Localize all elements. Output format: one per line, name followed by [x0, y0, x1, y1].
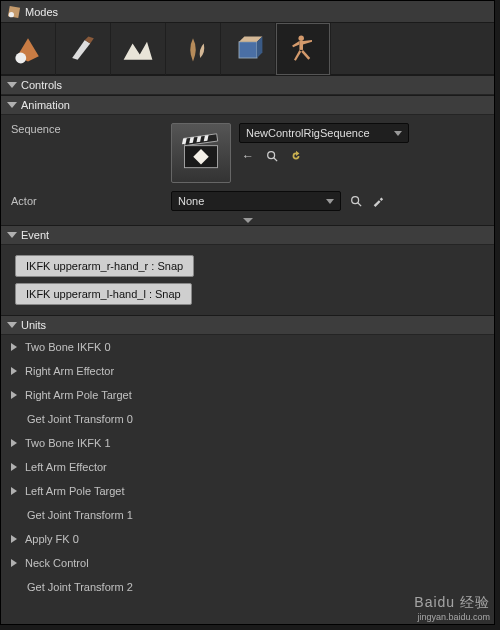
mode-landscape[interactable]: [111, 23, 166, 75]
eyedropper-icon[interactable]: [371, 194, 385, 208]
caret-right-icon: [11, 343, 17, 351]
unit-item-child[interactable]: Get Joint Transform 2: [1, 575, 494, 599]
section-event[interactable]: Event: [1, 225, 494, 245]
advanced-toggle[interactable]: [1, 215, 494, 225]
svg-point-3: [15, 53, 26, 64]
chevron-down-icon: [243, 218, 253, 223]
svg-rect-8: [299, 41, 303, 50]
svg-line-17: [274, 158, 277, 161]
unit-label: Two Bone IKFK 0: [25, 341, 111, 353]
caret-right-icon: [11, 439, 17, 447]
section-controls[interactable]: Controls: [1, 75, 494, 95]
unit-item-child[interactable]: Get Joint Transform 1: [1, 503, 494, 527]
clapper-icon: [171, 123, 231, 183]
caret-right-icon: [11, 535, 17, 543]
unit-item[interactable]: Apply FK 0: [1, 527, 494, 551]
svg-line-19: [358, 203, 361, 206]
actor-dropdown[interactable]: None: [171, 191, 341, 211]
actor-value: None: [178, 195, 204, 207]
unit-item-child[interactable]: Get Joint Transform 0: [1, 407, 494, 431]
unit-item[interactable]: Left Arm Pole Target: [1, 479, 494, 503]
svg-point-7: [299, 36, 304, 41]
svg-point-1: [9, 12, 14, 17]
sequence-dropdown[interactable]: NewControlRigSequence: [239, 123, 409, 143]
unit-item[interactable]: Neck Control: [1, 551, 494, 575]
event-body: IKFK upperarm_r-hand_r : Snap IKFK upper…: [1, 245, 494, 315]
unit-label: Apply FK 0: [25, 533, 79, 545]
mode-paint[interactable]: [56, 23, 111, 75]
unit-label: Get Joint Transform 1: [27, 509, 133, 521]
unit-label: Get Joint Transform 2: [27, 581, 133, 593]
mode-animation[interactable]: [276, 23, 331, 75]
section-label: Controls: [21, 79, 62, 91]
caret-down-icon: [7, 232, 17, 238]
svg-point-16: [268, 152, 275, 159]
section-label: Event: [21, 229, 49, 241]
section-animation[interactable]: Animation: [1, 95, 494, 115]
sequence-label: Sequence: [11, 123, 171, 135]
caret-down-icon: [7, 102, 17, 108]
section-units[interactable]: Units: [1, 315, 494, 335]
sequence-thumbnail[interactable]: [171, 123, 231, 183]
app-icon: [7, 5, 21, 19]
event-snap-button[interactable]: IKFK upperarm_l-hand_l : Snap: [15, 283, 192, 305]
window-title: Modes: [25, 6, 58, 18]
svg-point-18: [352, 197, 359, 204]
mode-place[interactable]: [1, 23, 56, 75]
animation-body: Sequence NewControlRigSequence: [1, 115, 494, 225]
unit-label: Right Arm Pole Target: [25, 389, 132, 401]
search-icon[interactable]: [349, 194, 363, 208]
unit-label: Right Arm Effector: [25, 365, 114, 377]
actor-row: Actor None: [1, 187, 494, 215]
chevron-down-icon: [394, 131, 402, 136]
unit-item[interactable]: Two Bone IKFK 1: [1, 431, 494, 455]
unit-item[interactable]: Right Arm Effector: [1, 359, 494, 383]
caret-right-icon: [11, 487, 17, 495]
unit-label: Left Arm Effector: [25, 461, 107, 473]
caret-down-icon: [7, 322, 17, 328]
caret-down-icon: [7, 82, 17, 88]
unit-label: Neck Control: [25, 557, 89, 569]
caret-right-icon: [11, 367, 17, 375]
units-body: Two Bone IKFK 0 Right Arm Effector Right…: [1, 335, 494, 599]
mode-foliage[interactable]: [166, 23, 221, 75]
modes-panel: Modes Controls Animation Sequence: [0, 0, 495, 625]
chevron-down-icon: [326, 199, 334, 204]
unit-label: Left Arm Pole Target: [25, 485, 124, 497]
actor-label: Actor: [11, 195, 171, 207]
unit-item[interactable]: Two Bone IKFK 0: [1, 335, 494, 359]
svg-rect-10: [184, 134, 218, 146]
unit-label: Two Bone IKFK 1: [25, 437, 111, 449]
sequence-row: Sequence NewControlRigSequence: [1, 115, 494, 187]
unit-item[interactable]: Right Arm Pole Target: [1, 383, 494, 407]
title-bar[interactable]: Modes: [1, 1, 494, 23]
mode-toolbar: [1, 23, 494, 75]
unit-label: Get Joint Transform 0: [27, 413, 133, 425]
mode-brush[interactable]: [221, 23, 276, 75]
reset-icon[interactable]: [289, 149, 303, 163]
caret-right-icon: [11, 391, 17, 399]
caret-right-icon: [11, 463, 17, 471]
caret-right-icon: [11, 559, 17, 567]
sequence-controls: NewControlRigSequence ←: [231, 123, 484, 163]
svg-rect-4: [239, 42, 257, 58]
unit-item[interactable]: Left Arm Effector: [1, 455, 494, 479]
event-snap-button[interactable]: IKFK upperarm_r-hand_r : Snap: [15, 255, 194, 277]
search-icon[interactable]: [265, 149, 279, 163]
section-label: Animation: [21, 99, 70, 111]
nav-back-icon[interactable]: ←: [241, 149, 255, 163]
section-label: Units: [21, 319, 46, 331]
sequence-value: NewControlRigSequence: [246, 127, 370, 139]
